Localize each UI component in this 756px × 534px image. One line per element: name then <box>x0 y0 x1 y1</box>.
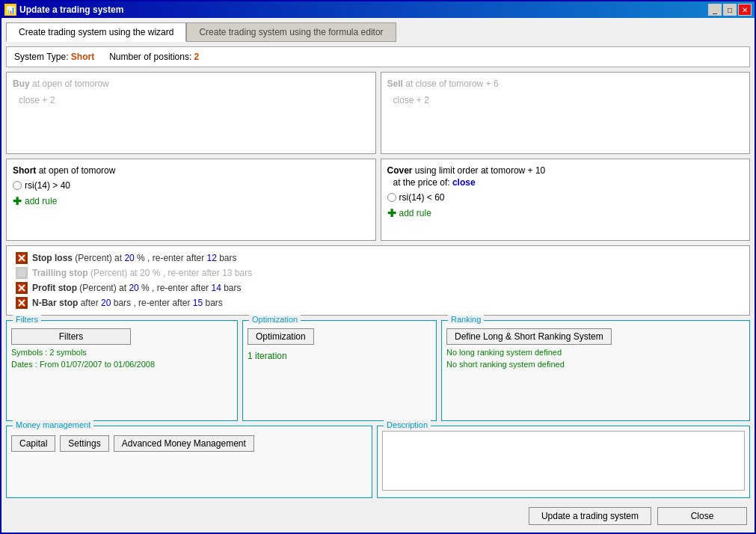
money-buttons: Capital Settings Advanced Money Manageme… <box>11 431 367 452</box>
stop-loss-row: Stop loss (Percent) at 20 % , re-enter a… <box>16 252 740 264</box>
short-rule-title: Short at open of tomorow <box>13 165 369 176</box>
cover-rule-box[interactable]: Cover using limit order at tomorow + 10 … <box>381 159 751 241</box>
footer-bar: Update a trading system Close <box>6 503 750 528</box>
close-button[interactable]: Close <box>657 507 747 525</box>
system-type-bar: System Type: Short Number of positions: … <box>6 46 750 67</box>
profit-stop-icon <box>16 282 28 294</box>
trailing-stop-row: Trailling stop (Percent) at 20 % , re-en… <box>16 267 740 279</box>
buy-rule-content: close + 2 <box>13 95 369 105</box>
tab-formula[interactable]: Create trading system using the formula … <box>186 22 396 42</box>
optimization-panel-label: Optimization <box>249 315 301 324</box>
optimization-button[interactable]: Optimization <box>248 328 314 345</box>
cover-radio[interactable] <box>387 193 396 202</box>
filters-symbols: Symbols : 2 symbols <box>11 348 233 357</box>
short-rule-box[interactable]: Short at open of tomorow rsi(14) > 40 ✚ … <box>6 159 376 241</box>
title-bar: 📊 Update a trading system _ □ ✕ <box>1 1 755 18</box>
cover-rule-title: Cover using limit order at tomorow + 10 <box>387 165 744 176</box>
window-icon: 📊 <box>4 4 16 16</box>
minimize-button[interactable]: _ <box>708 4 722 16</box>
ranking-panel-label: Ranking <box>448 315 484 324</box>
sell-rule-title: Sell at close of tomorow + 6 <box>387 79 744 89</box>
system-type-value: Short <box>71 52 94 62</box>
positions-label: Number of positions: 2 <box>109 52 199 62</box>
optimization-iteration: 1 iteration <box>248 351 431 361</box>
buy-rule-box[interactable]: Buy at open of tomorow close + 2 <box>6 72 376 154</box>
advanced-money-button[interactable]: Advanced Money Management <box>114 435 254 452</box>
nbar-stop-text: N-Bar stop after 20 bars , re-enter afte… <box>32 298 223 308</box>
filters-panel-label: Filters <box>13 315 41 324</box>
description-panel-label: Description <box>384 420 431 429</box>
svg-rect-3 <box>17 268 26 277</box>
money-desc-row: Money management Capital Settings Advanc… <box>6 426 750 498</box>
title-bar-controls: _ □ ✕ <box>708 4 752 16</box>
cover-plus-icon: ✚ <box>387 207 396 219</box>
nbar-stop-icon <box>16 297 28 309</box>
filters-button[interactable]: Filters <box>11 328 131 345</box>
tab-bar: Create trading system using the wizard C… <box>6 22 750 42</box>
no-long-ranking: No long ranking system defined <box>446 348 745 357</box>
tab-wizard[interactable]: Create trading system using the wizard <box>6 22 186 42</box>
bottom-panels: Filters Filters Symbols : 2 symbols Date… <box>6 320 750 421</box>
profit-stop-text: Profit stop (Percent) at 20 % , re-enter… <box>32 283 242 293</box>
profit-stop-row: Profit stop (Percent) at 20 % , re-enter… <box>16 282 740 294</box>
buy-rule-title: Buy at open of tomorow <box>13 79 369 89</box>
short-cover-rules: Short at open of tomorow rsi(14) > 40 ✚ … <box>6 159 750 241</box>
stops-section: Stop loss (Percent) at 20 % , re-enter a… <box>6 245 750 316</box>
window-title: Update a trading system <box>19 4 123 15</box>
trailing-stop-icon <box>16 267 28 279</box>
money-panel-label: Money management <box>13 420 93 429</box>
short-radio[interactable] <box>13 181 22 190</box>
sell-rule-box[interactable]: Sell at close of tomorow + 6 close + 2 <box>381 72 751 154</box>
system-type-label: System Type: Short <box>14 52 94 62</box>
nbar-stop-row: N-Bar stop after 20 bars , re-enter afte… <box>16 297 740 309</box>
trailing-stop-text: Trailling stop (Percent) at 20 % , re-en… <box>32 268 252 278</box>
optimization-panel: Optimization Optimization 1 iteration <box>242 320 437 421</box>
update-button[interactable]: Update a trading system <box>529 507 651 525</box>
filters-dates: Dates : From 01/07/2007 to 01/06/2008 <box>11 360 233 369</box>
filters-panel: Filters Filters Symbols : 2 symbols Date… <box>6 320 238 421</box>
short-add-rule[interactable]: ✚ add rule <box>13 195 369 207</box>
capital-button[interactable]: Capital <box>11 435 55 452</box>
title-bar-left: 📊 Update a trading system <box>4 4 123 16</box>
positions-value: 2 <box>194 52 200 62</box>
stop-loss-text: Stop loss (Percent) at 20 % , re-enter a… <box>32 253 237 263</box>
close-window-button[interactable]: ✕ <box>738 4 752 16</box>
cover-radio-rule: rsi(14) < 60 <box>387 192 744 203</box>
buy-sell-rules: Buy at open of tomorow close + 2 Sell at… <box>6 72 750 154</box>
description-textarea[interactable] <box>382 431 745 491</box>
main-window: 📊 Update a trading system _ □ ✕ Create t… <box>0 0 756 534</box>
stop-loss-icon <box>16 252 28 264</box>
short-radio-rule: rsi(14) > 40 <box>13 180 369 191</box>
cover-price-line: at the price of: close <box>387 177 744 188</box>
no-short-ranking: No short ranking system defined <box>446 360 745 369</box>
description-panel: Description <box>377 426 750 498</box>
sell-rule-content: close + 2 <box>387 95 744 105</box>
settings-button[interactable]: Settings <box>60 435 108 452</box>
content-area: Create trading system using the wizard C… <box>1 18 755 533</box>
ranking-panel: Ranking Define Long & Short Ranking Syst… <box>441 320 750 421</box>
short-plus-icon: ✚ <box>13 195 22 207</box>
cover-add-rule[interactable]: ✚ add rule <box>387 207 744 219</box>
money-management-panel: Money management Capital Settings Advanc… <box>6 426 372 498</box>
maximize-button[interactable]: □ <box>723 4 737 16</box>
ranking-button[interactable]: Define Long & Short Ranking System <box>446 328 612 345</box>
